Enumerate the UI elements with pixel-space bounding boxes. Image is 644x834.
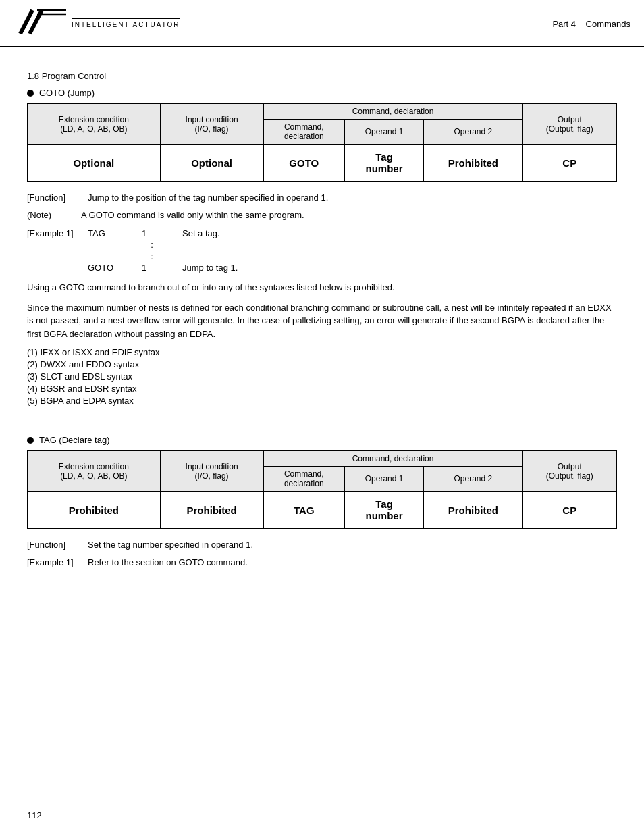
tag-td-prohibited-op2: Prohibited (424, 492, 522, 529)
function-text: Jump to the position of the tag number s… (88, 191, 328, 205)
table-header-row-1: Extension condition (LD, A, O, AB, OB) I… (28, 104, 617, 120)
page-header: INTELLIGENT ACTUATOR Part 4 Commands (0, 0, 644, 47)
tag-th-operand1: Operand 1 (345, 467, 424, 492)
goto-note-row: (Note) A GOTO command is valid only with… (27, 209, 617, 222)
tag-table-header-row-1: Extension condition (LD, A, O, AB, OB) I… (28, 451, 617, 467)
tag-section-heading: TAG (Declare tag) (27, 435, 617, 445)
note-label: (Note) (27, 209, 81, 222)
goto-paragraph1: Using a GOTO command to branch out of or… (27, 281, 617, 294)
tag-function-label: [Function] (27, 538, 88, 552)
tag-example1-text: Refer to the section on GOTO command. (88, 557, 248, 567)
tag-th-cmd-declaration-span: Command, declaration (263, 451, 522, 467)
ex-blank1 (88, 240, 142, 251)
ex-blank3 (88, 251, 142, 263)
th-cmd-declaration-span: Command, declaration (263, 104, 522, 120)
ex-tag-desc: Set a tag. (182, 228, 258, 240)
note-text: A GOTO command is valid only within the … (81, 209, 304, 222)
example-row-2: : (88, 240, 258, 251)
logo-area: INTELLIGENT ACTUATOR (14, 7, 552, 41)
tag-function-row: [Function] Set the tag number specified … (27, 538, 617, 552)
tag-td-cp-output: CP (522, 492, 616, 529)
goto-paragraph2: Since the maximum number of nests is def… (27, 301, 617, 341)
tag-td-prohibited-input: Prohibited (160, 492, 263, 529)
company-logo (14, 7, 68, 41)
ex-goto-label: GOTO (88, 263, 142, 274)
ex-goto-num: 1 (142, 263, 182, 274)
tag-function-text: Set the tag number specified in operand … (88, 538, 253, 552)
syntax-list: (1) IFXX or ISXX and EDIF syntax (2) DWX… (27, 347, 617, 406)
function-label: [Function] (27, 191, 88, 205)
example-row-3: : (88, 251, 258, 263)
ex-tag-num: 1 (142, 228, 182, 240)
list-item-2-text: (2) DWXX and EDDO syntax (27, 359, 139, 369)
list-item-5: (5) BGPA and EDPA syntax (27, 396, 617, 406)
list-item-5-text: (5) BGPA and EDPA syntax (27, 396, 134, 406)
th-operand1: Operand 1 (345, 120, 424, 145)
bullet-icon (27, 90, 34, 97)
page-number: 112 (27, 810, 42, 820)
tag-table: Extension condition (LD, A, O, AB, OB) I… (27, 450, 617, 529)
example-row-4: GOTO 1 Jump to tag 1. (88, 263, 258, 274)
section-heading: 1.8 Program Control (27, 71, 617, 81)
tag-th-output: Output (Output, flag) (522, 451, 616, 492)
tag-data-row: Prohibited Prohibited TAG Tag number Pro… (28, 492, 617, 529)
list-item-3-text: (3) SLCT and EDSL syntax (27, 371, 132, 382)
ex-blank4 (182, 251, 258, 263)
tag-th-ext-condition: Extension condition (LD, A, O, AB, OB) (28, 451, 161, 492)
header-part-info: Part 4 Commands (552, 19, 630, 29)
list-item-3: (3) SLCT and EDSL syntax (27, 371, 617, 382)
ex-blank2 (182, 240, 258, 251)
goto-section-heading: GOTO (Jump) (27, 88, 617, 98)
td-optional-ext: Optional (28, 145, 161, 182)
tag-td-tag-number: Tag number (345, 492, 424, 529)
tag-example1-label: [Example 1] (27, 557, 88, 567)
goto-function-row: [Function] Jump to the position of the t… (27, 191, 617, 205)
td-optional-input: Optional (160, 145, 263, 182)
list-item-2: (2) DWXX and EDDO syntax (27, 359, 617, 369)
th-command-decl: Command, declaration (263, 120, 344, 145)
tag-td-tag-cmd: TAG (263, 492, 344, 529)
goto-example1: [Example 1] TAG 1 Set a tag. : : GOTO 1 … (27, 228, 617, 274)
intelligent-actuator-label: INTELLIGENT ACTUATOR (72, 19, 180, 29)
ex-tag-label: TAG (88, 228, 142, 240)
tag-bullet-icon (27, 437, 34, 444)
tag-th-operand2: Operand 2 (424, 467, 522, 492)
tag-th-input-condition: Input condition (I/O, flag) (160, 451, 263, 492)
ex-goto-desc: Jump to tag 1. (182, 263, 258, 274)
goto-table: Extension condition (LD, A, O, AB, OB) I… (27, 103, 617, 182)
tag-th-command-decl: Command, declaration (263, 467, 344, 492)
td-tag-number: Tag number (345, 145, 424, 182)
th-operand2: Operand 2 (424, 120, 522, 145)
ex-dot1: : (142, 240, 182, 251)
td-goto-cmd: GOTO (263, 145, 344, 182)
th-input-condition: Input condition (I/O, flag) (160, 104, 263, 145)
tag-td-prohibited-ext: Prohibited (28, 492, 161, 529)
tag-example1: [Example 1] Refer to the section on GOTO… (27, 557, 617, 567)
list-item-1-text: (1) IFXX or ISXX and EDIF syntax (27, 347, 160, 357)
th-output: Output (Output, flag) (522, 104, 616, 145)
list-item-4: (4) BGSR and EDSR syntax (27, 384, 617, 394)
list-item-4-text: (4) BGSR and EDSR syntax (27, 384, 137, 394)
example-row-1: TAG 1 Set a tag. (88, 228, 258, 240)
ex-dot2: : (142, 251, 182, 263)
td-cp-output: CP (522, 145, 616, 182)
list-item-1: (1) IFXX or ISXX and EDIF syntax (27, 347, 617, 357)
td-prohibited-op2: Prohibited (424, 145, 522, 182)
goto-data-row: Optional Optional GOTO Tag number Prohib… (28, 145, 617, 182)
th-ext-condition: Extension condition (LD, A, O, AB, OB) (28, 104, 161, 145)
example1-label: [Example 1] (27, 228, 88, 274)
example1-table: TAG 1 Set a tag. : : GOTO 1 Jump to tag … (88, 228, 258, 274)
